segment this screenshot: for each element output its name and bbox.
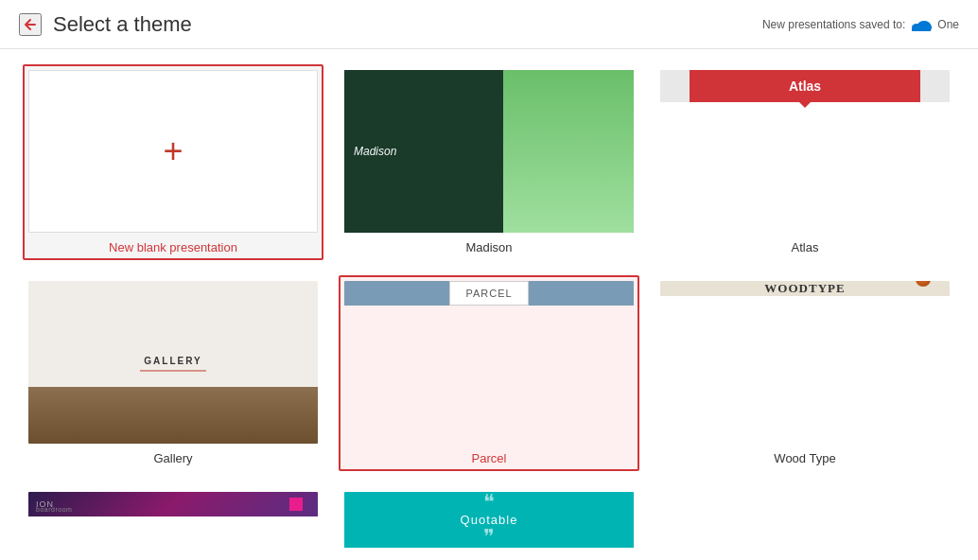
theme-card-gallery[interactable]: GALLERY Gallery [23, 275, 323, 471]
theme-label-gallery: Gallery [153, 451, 192, 465]
header: Select a theme New presentations saved t… [0, 0, 978, 49]
theme-card-woodtype[interactable]: WOODTYPE Wood Type [655, 275, 955, 471]
quotable-thumb: ❝ Quotable ❞ [344, 492, 634, 548]
quotable-content: ❝ Quotable ❞ [461, 492, 518, 548]
theme-thumbnail-ion: ION boardroom [28, 492, 318, 560]
theme-card-madison[interactable]: Madison Madison [339, 64, 639, 260]
madison-label: Madison [354, 145, 396, 158]
atlas-title: Atlas [789, 79, 821, 94]
woodtype-dot [916, 281, 931, 287]
onedrive-icon [911, 18, 932, 31]
theme-label-blank: New blank presentation [109, 240, 237, 254]
theme-thumbnail-gallery: GALLERY [28, 281, 318, 444]
gallery-text: GALLERY [144, 357, 201, 367]
back-button[interactable] [19, 13, 42, 36]
gallery-floor [28, 387, 318, 444]
atlas-thumb: Atlas [660, 70, 950, 102]
theme-thumbnail-quotable: ❝ Quotable ❞ [344, 492, 634, 560]
theme-card-atlas[interactable]: Atlas Atlas [655, 64, 955, 260]
onedrive-label: One [937, 18, 959, 31]
parcel-text: PARCEL [465, 288, 512, 299]
page-title: Select a theme [53, 12, 192, 37]
woodtype-text: WOODTYPE [764, 281, 845, 296]
theme-thumbnail-woodtype: WOODTYPE [660, 281, 950, 444]
plus-icon: + [163, 134, 183, 168]
svg-rect-3 [912, 27, 931, 31]
theme-thumbnail-parcel: PARCEL [344, 281, 634, 444]
theme-label-atlas: Atlas [792, 240, 819, 254]
theme-label-madison: Madison [465, 240, 512, 254]
ion-pink-square [289, 498, 303, 511]
parcel-box: PARCEL [449, 281, 528, 306]
theme-label-parcel: Parcel [472, 451, 507, 465]
quotable-mark-close-icon: ❞ [483, 527, 495, 548]
berlin-title: Berlin [785, 492, 826, 499]
onedrive-cloud-icon [911, 18, 932, 31]
save-info-text: New presentations saved to: [762, 18, 905, 31]
ion-sub: boardroom [36, 506, 72, 513]
theme-card-quotable[interactable]: ❝ Quotable ❞ Quotable [339, 486, 639, 560]
quotable-mark-icon: ❝ [483, 492, 495, 513]
back-arrow-icon [21, 15, 40, 34]
theme-card-berlin[interactable]: Berlin Berlin [655, 486, 955, 560]
theme-thumbnail-berlin: Berlin [660, 492, 950, 560]
theme-grid: + New blank presentation Madison Madison… [0, 49, 978, 560]
theme-thumbnail-blank: + [28, 70, 318, 233]
parcel-thumb: PARCEL [344, 281, 634, 306]
blank-thumb: + [28, 70, 318, 233]
ion-thumb: ION boardroom [28, 492, 318, 516]
theme-card-parcel[interactable]: PARCEL Parcel [339, 275, 639, 471]
gallery-underline [140, 371, 206, 372]
theme-label-woodtype: Wood Type [774, 451, 835, 465]
save-info: New presentations saved to: One [762, 18, 959, 31]
theme-thumbnail-madison: Madison [344, 70, 634, 233]
woodtype-thumb: WOODTYPE [660, 281, 950, 296]
theme-thumbnail-atlas: Atlas [660, 70, 950, 233]
madison-thumb: Madison [344, 70, 634, 233]
theme-card-blank[interactable]: + New blank presentation [23, 64, 323, 260]
theme-card-ion[interactable]: ION boardroom Ion Boardroom [23, 486, 323, 560]
gallery-text-block: GALLERY [140, 352, 206, 372]
atlas-red-box: Atlas [690, 70, 921, 102]
gallery-thumb: GALLERY [28, 281, 318, 444]
